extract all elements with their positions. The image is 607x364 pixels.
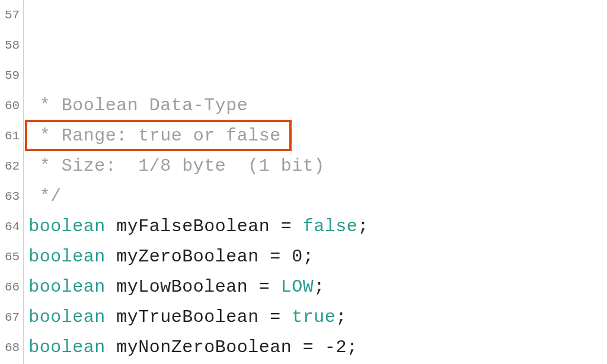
line-number-gutter: 575859606162636465666768 [0,0,24,364]
code-token: ; [336,302,347,333]
code-token: boolean [28,242,106,272]
line-number: 63 [5,181,20,212]
code-line[interactable]: boolean myNonZeroBoolean = -2; [28,333,607,363]
code-token: * Size: 1/8 byte (1 bit) [28,151,325,181]
line-number: 57 [5,0,20,30]
code-token: ; [303,242,314,272]
line-number: 66 [5,272,20,302]
code-line[interactable]: boolean myFalseBoolean = false; [28,212,607,242]
code-line[interactable]: */ [28,181,607,212]
code-token [106,302,117,333]
code-token [106,242,117,272]
code-token: myNonZeroBoolean [116,333,292,363]
line-number: 68 [5,333,20,363]
code-token [292,333,303,363]
code-token: = [303,333,314,363]
line-number: 59 [5,60,20,91]
code-token: LOW [281,272,314,302]
line-number: 64 [5,212,20,242]
code-token [106,333,117,363]
line-number: 62 [5,151,20,181]
code-token [270,212,281,242]
code-token: boolean [28,212,106,242]
code-token [106,272,117,302]
code-token: myTrueBoolean [116,302,259,333]
code-token [259,242,270,272]
code-token: boolean [28,333,106,363]
code-token: ; [314,272,325,302]
code-token: boolean [28,302,106,333]
code-token: = [270,242,281,272]
line-number: 65 [5,242,20,272]
code-token [270,272,281,302]
code-line[interactable]: * Size: 1/8 byte (1 bit) [28,151,607,181]
line-number: 60 [5,91,20,121]
code-token: 2 [336,333,347,363]
code-token: = [270,302,281,333]
code-token: myLowBoolean [116,272,248,302]
code-token: boolean [28,272,106,302]
code-token [314,333,325,363]
code-line[interactable]: boolean myZeroBoolean = 0; [28,242,607,272]
code-editor[interactable]: 575859606162636465666768 * Boolean Data-… [0,0,607,364]
code-token [292,212,303,242]
code-token: = [259,272,270,302]
code-token: ; [347,333,358,363]
code-token: = [281,212,292,242]
line-number: 61 [5,121,20,151]
code-token: false [303,212,358,242]
code-token: * Boolean Data-Type [28,91,248,121]
line-number: 67 [5,302,20,333]
code-token [281,242,292,272]
code-token: - [325,333,336,363]
code-area[interactable]: * Boolean Data-Type * Range: true or fal… [24,0,607,364]
code-token: ; [357,212,369,242]
code-line[interactable]: boolean myTrueBoolean = true; [28,302,607,333]
code-token: 0 [292,242,303,272]
code-line[interactable]: * Boolean Data-Type [28,91,607,121]
code-token: * Range: true or false [28,121,281,151]
code-token [106,212,117,242]
code-line[interactable]: boolean myLowBoolean = LOW; [28,272,607,302]
code-token: */ [28,181,62,212]
code-token [248,272,259,302]
code-token: myZeroBoolean [116,242,259,272]
code-token: myFalseBoolean [116,212,270,242]
code-token: true [292,302,336,333]
line-number: 58 [5,30,20,60]
code-line[interactable]: * Range: true or false [28,121,607,151]
code-token [259,302,270,333]
code-token [281,302,292,333]
